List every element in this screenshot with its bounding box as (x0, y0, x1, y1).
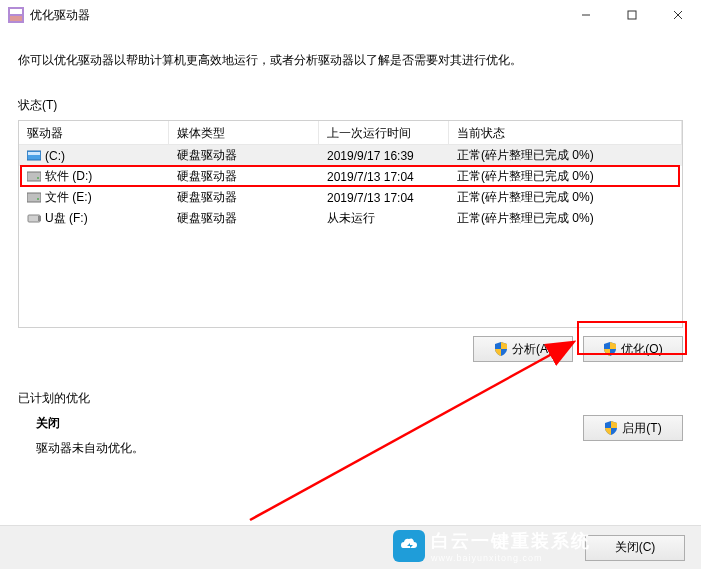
close-button[interactable] (655, 0, 701, 30)
optimize-button-label: 优化(O) (621, 341, 662, 358)
cell-drive: U盘 (F:) (19, 208, 169, 229)
scheduled-note: 驱动器未自动优化。 (36, 440, 144, 457)
drive-icon (27, 192, 41, 203)
enable-button-label: 启用(T) (622, 420, 661, 437)
cell-status: 正常(碎片整理已完成 0%) (449, 166, 682, 187)
svg-rect-11 (27, 193, 41, 202)
svg-rect-1 (10, 9, 22, 14)
cell-media: 硬盘驱动器 (169, 166, 319, 187)
drive-name: U盘 (F:) (45, 210, 88, 227)
scheduled-info: 关闭 驱动器未自动优化。 (18, 415, 144, 457)
drives-body: (C:)硬盘驱动器2019/9/17 16:39正常(碎片整理已完成 0%)软件… (19, 145, 682, 229)
cell-media: 硬盘驱动器 (169, 208, 319, 229)
shield-icon (494, 342, 508, 356)
enable-button[interactable]: 启用(T) (583, 415, 683, 441)
drives-header: 驱动器 媒体类型 上一次运行时间 当前状态 (19, 121, 682, 145)
titlebar: 优化驱动器 (0, 0, 701, 30)
status-section-label: 状态(T) (18, 97, 683, 114)
scheduled-state: 关闭 (36, 415, 144, 432)
close-dialog-button[interactable]: 关闭(C) (585, 535, 685, 561)
description-text: 你可以优化驱动器以帮助计算机更高效地运行，或者分析驱动器以了解是否需要对其进行优… (18, 52, 683, 69)
analyze-button-label: 分析(A) (512, 341, 552, 358)
maximize-button[interactable] (609, 0, 655, 30)
drive-icon (27, 171, 41, 182)
window-title: 优化驱动器 (30, 7, 563, 24)
cell-status: 正常(碎片整理已完成 0%) (449, 208, 682, 229)
shield-icon (604, 421, 618, 435)
drive-icon (27, 213, 41, 224)
shield-icon (603, 342, 617, 356)
svg-rect-4 (628, 11, 636, 19)
col-header-last[interactable]: 上一次运行时间 (319, 121, 449, 144)
optimize-button[interactable]: 优化(O) (583, 336, 683, 362)
action-buttons-row: 分析(A) 优化(O) (18, 336, 683, 362)
col-header-media[interactable]: 媒体类型 (169, 121, 319, 144)
svg-rect-14 (38, 216, 41, 221)
cell-drive: 软件 (D:) (19, 166, 169, 187)
svg-rect-2 (10, 16, 22, 21)
svg-point-10 (37, 177, 39, 179)
cell-media: 硬盘驱动器 (169, 145, 319, 166)
table-row[interactable]: 软件 (D:)硬盘驱动器2019/7/13 17:04正常(碎片整理已完成 0%… (19, 166, 682, 187)
svg-point-12 (37, 198, 39, 200)
scheduled-section: 已计划的优化 关闭 驱动器未自动优化。 启用(T) (18, 390, 683, 457)
svg-rect-8 (28, 152, 40, 155)
cell-last-run: 2019/9/17 16:39 (319, 147, 449, 165)
cell-media: 硬盘驱动器 (169, 187, 319, 208)
minimize-button[interactable] (563, 0, 609, 30)
svg-rect-9 (27, 172, 41, 181)
app-icon (8, 7, 24, 23)
cell-last-run: 从未运行 (319, 208, 449, 229)
table-row[interactable]: U盘 (F:)硬盘驱动器从未运行正常(碎片整理已完成 0%) (19, 208, 682, 229)
cell-last-run: 2019/7/13 17:04 (319, 189, 449, 207)
cell-last-run: 2019/7/13 17:04 (319, 168, 449, 186)
drive-name: (C:) (45, 149, 65, 163)
cell-drive: 文件 (E:) (19, 187, 169, 208)
analyze-button[interactable]: 分析(A) (473, 336, 573, 362)
scheduled-label: 已计划的优化 (18, 390, 683, 407)
content-area: 你可以优化驱动器以帮助计算机更高效地运行，或者分析驱动器以了解是否需要对其进行优… (0, 30, 701, 457)
drive-icon (27, 150, 41, 161)
drive-name: 文件 (E:) (45, 189, 92, 206)
window-buttons (563, 0, 701, 30)
table-row[interactable]: (C:)硬盘驱动器2019/9/17 16:39正常(碎片整理已完成 0%) (19, 145, 682, 166)
col-header-status[interactable]: 当前状态 (449, 121, 682, 144)
drive-name: 软件 (D:) (45, 168, 92, 185)
bottom-bar: 关闭(C) (0, 525, 701, 569)
close-dialog-button-label: 关闭(C) (615, 539, 656, 556)
col-header-drive[interactable]: 驱动器 (19, 121, 169, 144)
cell-drive: (C:) (19, 147, 169, 165)
cell-status: 正常(碎片整理已完成 0%) (449, 187, 682, 208)
table-row[interactable]: 文件 (E:)硬盘驱动器2019/7/13 17:04正常(碎片整理已完成 0%… (19, 187, 682, 208)
cell-status: 正常(碎片整理已完成 0%) (449, 145, 682, 166)
drives-list: 驱动器 媒体类型 上一次运行时间 当前状态 (C:)硬盘驱动器2019/9/17… (18, 120, 683, 328)
